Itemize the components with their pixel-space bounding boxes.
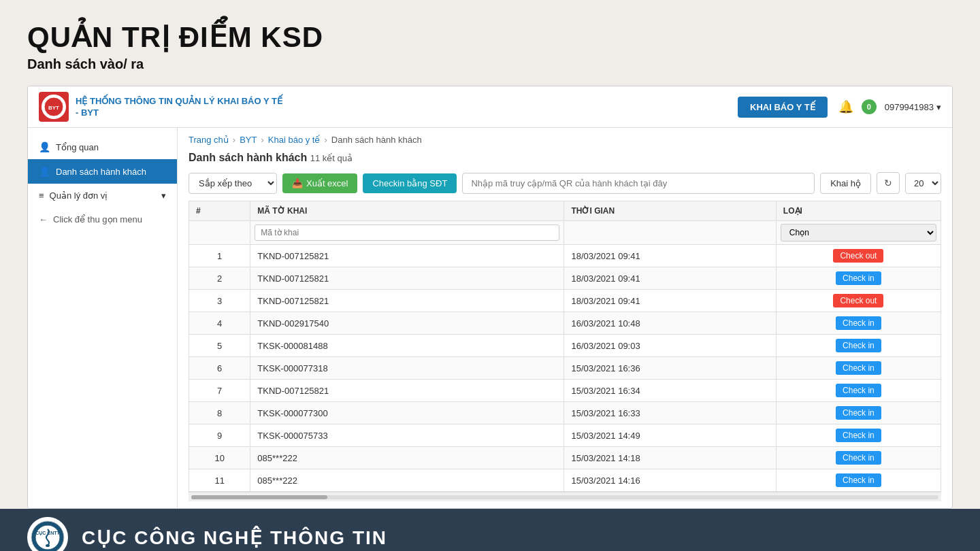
- cell-time: 18/03/2021 09:41: [564, 245, 776, 267]
- search-input[interactable]: [462, 173, 815, 194]
- table-row: 10085***22215/03/2021 14:18Check in: [189, 447, 941, 469]
- filter-loai-select[interactable]: Chọn: [781, 224, 936, 241]
- sidebar-item-quanly-label: Quản lý đơn vị: [50, 190, 108, 201]
- sidebar-item-tongquan-label: Tổng quan: [56, 142, 99, 152]
- cell-type: Check in: [776, 380, 941, 402]
- cell-ma: TKND-007125821: [250, 267, 564, 290]
- scroll-thumb: [191, 495, 327, 499]
- cell-time: 16/03/2021 09:03: [564, 335, 776, 357]
- export-excel-button[interactable]: 📥 Xuất excel: [282, 173, 357, 193]
- sidebar-collapse[interactable]: ← Click để thu gọn menu: [28, 207, 177, 231]
- cell-type: Check out: [776, 290, 941, 312]
- footer-logo: CỤC CNTT: [27, 517, 68, 551]
- app-header: BYT HỆ THỐNG THÔNG TIN QUẢN LÝ KHAI BÁO …: [28, 86, 952, 128]
- cell-ma: TKSK-000077318: [250, 357, 564, 380]
- cell-time: 18/03/2021 09:41: [564, 267, 776, 290]
- user-info[interactable]: 0979941983 ▾: [885, 102, 941, 112]
- checkout-button[interactable]: Check out: [833, 294, 883, 307]
- cell-num: 9: [189, 424, 250, 447]
- cell-time: 15/03/2021 16:33: [564, 402, 776, 424]
- data-table: # MÃ TỜ KHAI THỜI GIAN LOẠI Chọn: [189, 201, 941, 492]
- page-main-title: QUẢN TRỊ ĐIỂM KSD: [27, 20, 953, 54]
- list-icon: 👤: [39, 166, 50, 177]
- sort-select[interactable]: Sắp xếp theo: [189, 173, 277, 194]
- cell-type: Check in: [776, 267, 941, 290]
- cell-ma: TKSK-000081488: [250, 335, 564, 357]
- app-body: 👤 Tổng quan 👤 Danh sách hành khách ≡ Quả…: [28, 128, 952, 508]
- sidebar-item-danhsach[interactable]: 👤 Danh sách hành khách: [28, 159, 177, 184]
- khai-bao-button[interactable]: KHAI BÁO Y TẾ: [738, 97, 828, 118]
- cell-time: 15/03/2021 16:36: [564, 357, 776, 380]
- table-row: 9TKSK-00007573315/03/2021 14:49Check in: [189, 424, 941, 447]
- notification-icon[interactable]: 🔔: [838, 99, 853, 114]
- table-row: 3TKND-00712582118/03/2021 09:41Check out: [189, 290, 941, 312]
- table-row: 11085***22215/03/2021 14:16Check in: [189, 469, 941, 492]
- checkin-button[interactable]: Check in: [836, 316, 881, 330]
- cell-ma: TKND-002917540: [250, 312, 564, 335]
- page-heading: Danh sách hành khách 11 kết quả: [189, 152, 941, 164]
- notification-badge: 0: [862, 99, 877, 114]
- result-count: 11 kết quả: [310, 153, 353, 163]
- checkin-button[interactable]: Check in: [836, 361, 881, 375]
- table-row: 8TKSK-00007730015/03/2021 16:33Check in: [189, 402, 941, 424]
- browser-window: BYT HỆ THỐNG THÔNG TIN QUẢN LÝ KHAI BÁO …: [27, 86, 953, 509]
- user-phone: 0979941983: [885, 102, 934, 112]
- toolbar: Sắp xếp theo 📥 Xuất excel Checkin bằng S…: [189, 172, 941, 194]
- collapse-icon: ←: [39, 214, 48, 224]
- table-row: 6TKSK-00007731815/03/2021 16:36Check in: [189, 357, 941, 380]
- checkin-button[interactable]: Check in: [836, 429, 881, 442]
- overview-icon: 👤: [39, 141, 50, 152]
- cell-ma: TKND-007125821: [250, 245, 564, 267]
- cell-num: 10: [189, 447, 250, 469]
- checkin-button[interactable]: Check in: [836, 271, 881, 285]
- sidebar-item-danhsach-label: Danh sách hành khách: [56, 167, 146, 177]
- main-content: Trang chủ › BYT › Khai báo y tế › Danh s…: [178, 128, 952, 508]
- sidebar: 👤 Tổng quan 👤 Danh sách hành khách ≡ Quả…: [28, 128, 178, 508]
- cell-type: Check in: [776, 424, 941, 447]
- sidebar-item-quanly[interactable]: ≡ Quản lý đơn vị ▾: [28, 184, 177, 207]
- cell-type: Check in: [776, 402, 941, 424]
- breadcrumb-home[interactable]: Trang chủ: [189, 135, 229, 145]
- checkout-button[interactable]: Check out: [833, 249, 883, 263]
- page-size-select[interactable]: 20: [905, 173, 941, 194]
- col-time: THỜI GIAN: [564, 201, 776, 221]
- breadcrumb-current: Danh sách hành khách: [331, 135, 422, 145]
- footer-text: CỤC CÔNG NGHỆ THÔNG TIN: [82, 527, 387, 549]
- filter-num: [189, 221, 250, 245]
- cell-time: 18/03/2021 09:41: [564, 290, 776, 312]
- cell-num: 11: [189, 469, 250, 492]
- table-row: 5TKSK-00008148816/03/2021 09:03Check in: [189, 335, 941, 357]
- scroll-bar-area[interactable]: [189, 492, 941, 501]
- page-sub-title: Danh sách vào/ ra: [27, 56, 953, 72]
- filter-loai[interactable]: Chọn: [776, 221, 941, 245]
- cell-ma: TKSK-000077300: [250, 402, 564, 424]
- checkin-button[interactable]: Check in: [836, 384, 881, 397]
- header-right: 🔔 0 0979941983 ▾: [838, 99, 941, 114]
- checkin-button[interactable]: Check in: [836, 451, 881, 465]
- sidebar-item-tongquan[interactable]: 👤 Tổng quan: [28, 135, 177, 159]
- breadcrumb: Trang chủ › BYT › Khai báo y tế › Danh s…: [189, 135, 941, 145]
- svg-text:BYT: BYT: [48, 105, 59, 111]
- cell-ma: TKND-007125821: [250, 380, 564, 402]
- filter-ma[interactable]: [250, 221, 564, 245]
- chevron-down-icon: ▾: [161, 190, 166, 201]
- cell-num: 4: [189, 312, 250, 335]
- khai-ho-button[interactable]: Khai hộ: [820, 173, 871, 194]
- table-row: 7TKND-00712582115/03/2021 16:34Check in: [189, 380, 941, 402]
- cell-time: 15/03/2021 16:34: [564, 380, 776, 402]
- cell-ma: TKND-007125821: [250, 290, 564, 312]
- checkin-button[interactable]: Check in: [836, 473, 881, 487]
- cell-type: Check in: [776, 335, 941, 357]
- cell-num: 6: [189, 357, 250, 380]
- logo-icon: BYT: [39, 92, 69, 122]
- checkin-button[interactable]: Check in: [836, 406, 881, 420]
- cell-type: Check in: [776, 469, 941, 492]
- breadcrumb-khaibao[interactable]: Khai báo y tế: [268, 135, 321, 145]
- filter-ma-input[interactable]: [255, 224, 559, 241]
- cell-time: 15/03/2021 14:18: [564, 447, 776, 469]
- checkin-button[interactable]: Check in: [836, 339, 881, 352]
- checkin-sdt-button[interactable]: Checkin bằng SĐT: [363, 173, 457, 193]
- breadcrumb-byt[interactable]: BYT: [240, 135, 257, 145]
- refresh-button[interactable]: ↻: [877, 172, 900, 194]
- app-title-text: HỆ THỐNG THÔNG TIN QUẢN LÝ KHAI BÁO Y TẾ…: [76, 96, 282, 118]
